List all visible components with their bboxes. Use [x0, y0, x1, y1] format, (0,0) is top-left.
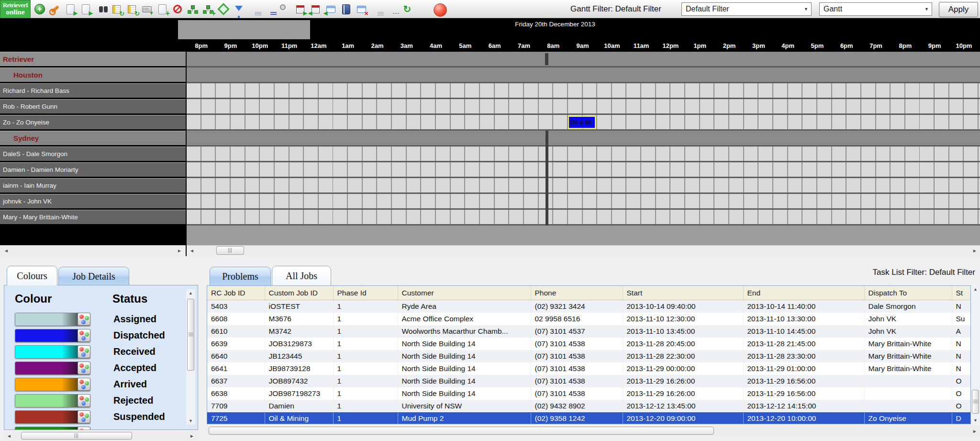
label-scroll-left-icon[interactable]: ◄ [2, 245, 11, 256]
scroll-right-icon[interactable]: ► [970, 426, 979, 436]
calendar-refresh-icon[interactable]: ↻ [110, 3, 122, 15]
refresh-icon[interactable]: ↻ [401, 3, 413, 15]
gantt-row-track[interactable] [187, 162, 980, 178]
column-header[interactable]: St [952, 286, 971, 300]
gantt-row-track[interactable] [187, 99, 980, 115]
colour-hscroll-track[interactable]: ◄ ► [4, 431, 198, 441]
tab-problems[interactable]: Problems [210, 267, 271, 285]
new-document-icon[interactable]: + [156, 3, 168, 15]
apply-button[interactable]: Apply [939, 2, 978, 17]
tab-all-jobs[interactable]: All Jobs [272, 266, 331, 285]
colour-vscroll-thumb[interactable] [187, 299, 194, 371]
calendar-refresh-alt-icon[interactable]: ↻ [125, 3, 138, 15]
table-row[interactable]: 7709Damien1University of NSW(02) 9432 89… [207, 400, 971, 412]
gantt-job-block[interactable]: Oil & Mi [568, 116, 596, 129]
scroll-left-icon[interactable]: ◄ [5, 431, 13, 441]
colour-hscroll-thumb[interactable] [21, 432, 132, 440]
book-icon[interactable] [340, 3, 352, 15]
gantt-hscroll-thumb[interactable] [216, 246, 244, 255]
scroll-down-icon[interactable]: ▼ [186, 417, 195, 425]
dispatch-tree-add-icon[interactable]: + [202, 3, 214, 15]
gantt-row-label[interactable]: DaleS - Dale Smorgon [0, 147, 186, 162]
gantt-row-track[interactable] [187, 83, 980, 99]
window-minimal-icon[interactable] [386, 3, 398, 15]
table-row[interactable]: 6640JB1234451North Side Building 14(07) … [207, 350, 971, 362]
grid-view-icon[interactable] [248, 3, 260, 15]
gantt-row-track[interactable] [187, 147, 980, 162]
report-export-icon[interactable]: ▶ [64, 3, 77, 15]
grid-settings-icon[interactable] [278, 3, 291, 15]
column-header[interactable]: RC Job ID [207, 286, 265, 300]
gantt-row-label[interactable]: Mary - Mary Brittain-White [0, 210, 186, 226]
gantt-row-label[interactable]: Houston [0, 68, 186, 83]
table-vscroll-thumb[interactable] [972, 390, 979, 414]
table-hscroll-track[interactable]: ► [207, 426, 980, 436]
gantt-scroll-left-icon[interactable]: ◄ [188, 245, 196, 256]
colour-swatch-button[interactable] [15, 410, 90, 424]
gantt-row-label[interactable]: Zo - Zo Onyeise [0, 115, 186, 131]
route-icon[interactable] [217, 3, 230, 15]
scroll-up-icon[interactable]: ▲ [186, 289, 195, 297]
table-row[interactable]: 6608M36761Acme Office Complex02 9958 651… [207, 313, 971, 325]
window-close-icon[interactable]: × [355, 3, 368, 15]
column-header[interactable]: Phase Id [333, 286, 398, 300]
list-view-icon[interactable] [370, 3, 383, 15]
table-row[interactable]: 6638JOB9871982731North Side Building 14(… [207, 387, 971, 400]
grid-view-alt-icon[interactable] [263, 3, 276, 15]
table-row[interactable]: 7725Oil & Mining1Mud Pump 2(02) 9358 124… [207, 412, 971, 424]
filter-icon[interactable] [233, 3, 245, 15]
gantt-row-label[interactable]: Sydney [0, 131, 186, 147]
colour-swatch-button[interactable] [15, 378, 90, 391]
gantt-row-track[interactable] [187, 178, 980, 194]
tab-job-details[interactable]: Job Details [58, 267, 129, 285]
colour-swatch-button[interactable] [15, 427, 90, 430]
gantt-filter-dropdown[interactable]: Default Filter ▼ [681, 2, 812, 16]
scroll-up-icon[interactable]: ▲ [971, 285, 980, 293]
gantt-row-label[interactable]: iainm - Iain Murray [0, 178, 186, 194]
cancel-icon[interactable] [171, 3, 184, 15]
scroll-down-icon[interactable]: ▼ [971, 417, 980, 424]
gantt-row-label[interactable]: johnvk - John VK [0, 194, 186, 210]
table-vscroll-track[interactable]: ▲ ▼ [971, 285, 980, 424]
gantt-row-label[interactable]: Damien - Damien Moriarty [0, 162, 186, 178]
gantt-hscroll-track[interactable] [187, 245, 980, 256]
column-header[interactable]: End [743, 286, 864, 300]
colour-swatch-button[interactable] [15, 313, 90, 326]
add-icon[interactable] [33, 3, 46, 15]
colour-swatch-button[interactable] [15, 394, 90, 407]
table-row[interactable]: 6639JOB31298731North Side Building 14(07… [207, 338, 971, 350]
record-indicator-icon[interactable] [434, 3, 447, 17]
day-forward-icon[interactable]: ▶ [294, 3, 306, 15]
scroll-right-icon[interactable]: ► [188, 431, 196, 441]
colour-swatch-button[interactable] [15, 345, 90, 359]
wrench-icon[interactable] [49, 3, 61, 15]
label-hscroll-track[interactable] [0, 245, 186, 256]
column-header[interactable]: Dispatch To [864, 286, 952, 300]
gantt-row-label[interactable]: Retriever [0, 52, 186, 68]
day-back-icon[interactable]: ◀ [309, 3, 322, 15]
table-row[interactable]: 6641JB987391281North Side Building 14(07… [207, 362, 971, 375]
table-row[interactable]: 6637JOB8974321North Side Building 14(07)… [207, 375, 971, 387]
table-row[interactable]: 6610M37421Woolworths Macarthur Chamb...(… [207, 325, 971, 338]
column-header[interactable]: Phone [531, 286, 623, 300]
gantt-row-track[interactable] [187, 210, 980, 226]
keyboard-send-icon[interactable]: ▼ [141, 3, 153, 15]
column-header[interactable]: Start [623, 286, 743, 300]
gantt-scroll-right-icon[interactable]: ► [970, 245, 979, 256]
column-header[interactable]: Custom Job ID [265, 286, 333, 300]
gantt-row-label[interactable]: Rob - Robert Gunn [0, 99, 186, 115]
tab-colours[interactable]: Colours [7, 266, 57, 285]
label-scroll-right-icon[interactable]: ► [175, 245, 184, 256]
dispatch-tree-icon[interactable] [187, 3, 199, 15]
window-back-icon[interactable]: ◀ [324, 3, 337, 15]
binoculars-icon[interactable] [95, 3, 107, 15]
column-header[interactable]: Customer [398, 286, 531, 300]
report-export-alt-icon[interactable]: ▶ [79, 3, 92, 15]
gantt-row-track[interactable] [187, 194, 980, 210]
colour-swatch-button[interactable] [15, 329, 90, 342]
table-row[interactable]: 5403iOSTEST1Ryde Area(02) 9321 34242013-… [207, 300, 971, 313]
gantt-row-label[interactable]: Richard - Richard Bass [0, 83, 186, 99]
table-hscroll-thumb[interactable] [209, 427, 714, 435]
view-dropdown[interactable]: Gantt ▼ [819, 2, 932, 16]
colour-vscroll-track[interactable]: ▲ ▼ [186, 289, 195, 425]
